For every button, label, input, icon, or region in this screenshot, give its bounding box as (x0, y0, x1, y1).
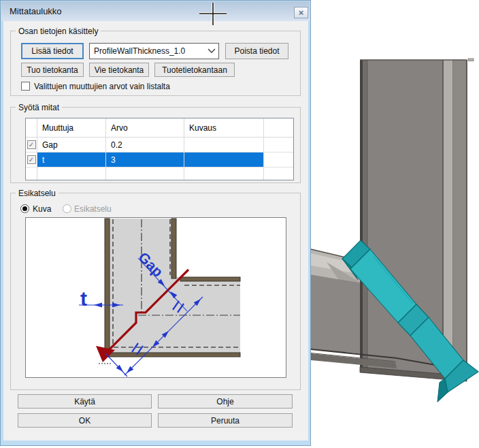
remove-info-button[interactable]: Poista tiedot (225, 43, 288, 59)
table-header-row: Muuttuja Arvo Kuvaus (26, 118, 293, 138)
listed-values-checkbox[interactable] (21, 82, 30, 91)
help-button[interactable]: Ohje (158, 394, 293, 409)
cell-description[interactable] (184, 138, 264, 153)
chevron-down-icon (208, 48, 216, 54)
row-checkbox[interactable]: ✓ (27, 155, 36, 164)
product-db-button[interactable]: Tuotetietokantaan (154, 63, 235, 77)
cell-value[interactable]: 0.2 (106, 138, 184, 153)
table-empty-area (26, 167, 293, 180)
row-checkbox[interactable]: ✓ (27, 140, 36, 149)
titlebar: Mittataulukko × (1, 1, 310, 21)
close-button[interactable]: × (294, 7, 308, 18)
model-viewport[interactable] (311, 0, 479, 448)
listed-values-checkbox-label: Valittujen muuttujien arvot vain listalt… (34, 82, 170, 91)
close-icon: × (299, 8, 304, 17)
apply-button[interactable]: Käytä (18, 394, 152, 409)
dimension-table-dialog: Mittataulukko × Osan tietojen käsittely … (0, 0, 311, 446)
cell-description[interactable] (184, 153, 264, 167)
add-info-button[interactable]: Lisää tiedot (21, 43, 84, 59)
radio-preview[interactable] (63, 204, 71, 213)
table-row[interactable]: ✓ Gap 0.2 (26, 138, 293, 153)
radio-preview-label: Esikatselu (74, 204, 112, 214)
header-description: Kuvaus (184, 118, 264, 138)
dimension-table: Muuttuja Arvo Kuvaus ✓ Gap 0.2 ✓ t 3 (25, 118, 294, 180)
header-value: Arvo (106, 118, 184, 138)
export-db-button[interactable]: Vie tietokanta (89, 63, 149, 77)
window-title: Mittataulukko (10, 6, 62, 16)
radio-image[interactable] (20, 204, 29, 213)
table-row-selected[interactable]: ✓ t 3 (26, 153, 293, 167)
cell-variable[interactable]: Gap (37, 138, 106, 153)
group-data-handling-label: Osan tietojen käsittely (16, 27, 101, 36)
radio-image-label: Kuva (33, 204, 51, 214)
preview-canvas: t Gap (25, 217, 286, 378)
cell-value[interactable]: 3 (106, 153, 184, 167)
cell-variable[interactable]: t (37, 153, 106, 167)
cancel-button[interactable]: Peruuta (158, 413, 293, 428)
ok-button[interactable]: OK (18, 413, 152, 428)
screen: Mittataulukko × Osan tietojen käsittely … (0, 0, 479, 448)
t-label: t (80, 287, 87, 310)
group-preview-label: Esikatselu (16, 189, 59, 198)
group-dimensions-label: Syötä mitat (16, 103, 62, 112)
import-db-button[interactable]: Tuo tietokanta (21, 63, 84, 77)
profile-combobox[interactable]: ProfileWallThickness_1.0 (89, 43, 219, 59)
profile-combobox-value: ProfileWallThickness_1.0 (94, 46, 208, 56)
preview-drawing: t Gap (26, 218, 286, 377)
header-variable: Muuttuja (37, 118, 106, 138)
flange-tip-3d (468, 59, 474, 61)
